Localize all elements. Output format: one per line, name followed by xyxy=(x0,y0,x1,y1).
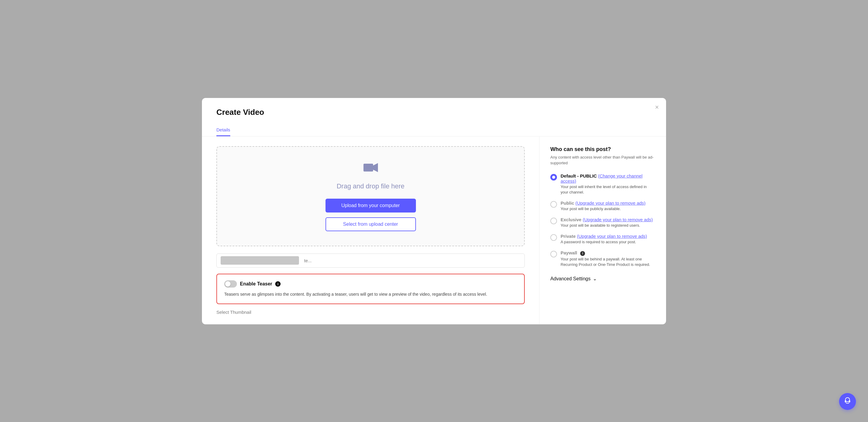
visibility-title: Who can see this post? xyxy=(550,146,655,153)
toggle-knob xyxy=(225,281,230,287)
teaser-label: Enable Teaser xyxy=(240,281,272,287)
radio-private[interactable] xyxy=(550,234,557,241)
blurred-overlay xyxy=(221,256,299,265)
page-title: Create Video xyxy=(216,108,652,117)
access-option-public[interactable]: Public (Upgrade your plan to remove ads)… xyxy=(550,201,655,212)
advanced-settings-toggle[interactable]: Advanced Settings ⌄ xyxy=(550,276,655,281)
access-name-paywall: Paywall i xyxy=(561,250,655,256)
chevron-down-icon: ⌄ xyxy=(593,276,597,281)
svg-rect-0 xyxy=(364,164,373,172)
access-name-private: Private (Upgrade your plan to remove ads… xyxy=(561,234,647,239)
access-name-public: Public (Upgrade your plan to remove ads) xyxy=(561,201,646,206)
radio-default[interactable] xyxy=(550,174,557,181)
select-from-upload-center-button[interactable]: Select from upload center xyxy=(326,217,416,231)
sidebar: Who can see this post? Any content with … xyxy=(539,137,666,324)
svg-marker-1 xyxy=(373,163,378,172)
radio-inner-default xyxy=(552,176,555,179)
modal-header: Create Video Details xyxy=(202,98,666,137)
enable-teaser-toggle[interactable] xyxy=(224,280,237,288)
access-info-paywall: Paywall i Your post will be behind a pay… xyxy=(561,250,655,267)
modal-overlay: × Create Video Details Drag and d xyxy=(0,0,868,422)
access-info-default: Default - PUBLIC (Change your channel ac… xyxy=(561,173,655,195)
upload-from-computer-button[interactable]: Upload from your computer xyxy=(326,199,416,212)
access-info-public: Public (Upgrade your plan to remove ads)… xyxy=(561,201,646,212)
main-content: Drag and drop file here Upload from your… xyxy=(202,137,539,324)
thumbnail-label: Select Thumbnail xyxy=(216,309,525,315)
tab-bar: Details xyxy=(216,124,652,136)
access-info-private: Private (Upgrade your plan to remove ads… xyxy=(561,234,647,245)
teaser-header: Enable Teaser i xyxy=(224,280,517,288)
upload-dropzone[interactable]: Drag and drop file here Upload from your… xyxy=(216,146,525,246)
access-info-exclusive: Exclusive (Upgrade your plan to remove a… xyxy=(561,217,653,228)
close-button[interactable]: × xyxy=(655,103,659,111)
drag-drop-label: Drag and drop file here xyxy=(337,182,404,190)
upgrade-exclusive-link[interactable]: (Upgrade your plan to remove ads) xyxy=(583,217,653,222)
video-camera-icon xyxy=(364,161,378,176)
radio-exclusive[interactable] xyxy=(550,218,557,224)
svg-rect-4 xyxy=(849,400,850,402)
access-desc-public: Your post will be publicly available. xyxy=(561,206,646,212)
headset-icon xyxy=(843,396,852,406)
upgrade-private-link[interactable]: (Upgrade your plan to remove ads) xyxy=(577,234,647,239)
create-video-modal: × Create Video Details Drag and d xyxy=(202,98,666,324)
enable-teaser-section: Enable Teaser i Teasers serve as glimpse… xyxy=(216,274,525,304)
access-option-paywall[interactable]: Paywall i Your post will be behind a pay… xyxy=(550,250,655,267)
tab-details[interactable]: Details xyxy=(216,124,230,136)
modal-body: Drag and drop file here Upload from your… xyxy=(202,137,666,324)
access-desc-default: Your post will inherit the level of acce… xyxy=(561,184,655,195)
access-name-default: Default - PUBLIC (Change your channel ac… xyxy=(561,173,655,184)
access-desc-paywall: Your post will be behind a paywall. At l… xyxy=(561,257,655,267)
access-option-default[interactable]: Default - PUBLIC (Change your channel ac… xyxy=(550,173,655,195)
svg-rect-3 xyxy=(845,400,846,402)
paywall-info-icon[interactable]: i xyxy=(580,251,585,256)
advanced-settings-label: Advanced Settings xyxy=(550,276,590,281)
support-button[interactable] xyxy=(839,393,856,410)
upgrade-public-link[interactable]: (Upgrade your plan to remove ads) xyxy=(575,201,646,206)
access-desc-exclusive: Your post will be available to registere… xyxy=(561,223,653,228)
svg-point-2 xyxy=(845,398,849,402)
radio-public[interactable] xyxy=(550,201,557,208)
title-input-wrapper xyxy=(216,253,525,268)
access-option-exclusive[interactable]: Exclusive (Upgrade your plan to remove a… xyxy=(550,217,655,228)
access-name-exclusive: Exclusive (Upgrade your plan to remove a… xyxy=(561,217,653,222)
access-option-private[interactable]: Private (Upgrade your plan to remove ads… xyxy=(550,234,655,245)
access-desc-private: A password is required to access your po… xyxy=(561,239,647,245)
visibility-subtitle: Any content with access level other than… xyxy=(550,154,655,166)
radio-paywall[interactable] xyxy=(550,251,557,258)
teaser-info-icon[interactable]: i xyxy=(275,281,281,287)
teaser-description: Teasers serve as glimpses into the conte… xyxy=(224,291,517,298)
